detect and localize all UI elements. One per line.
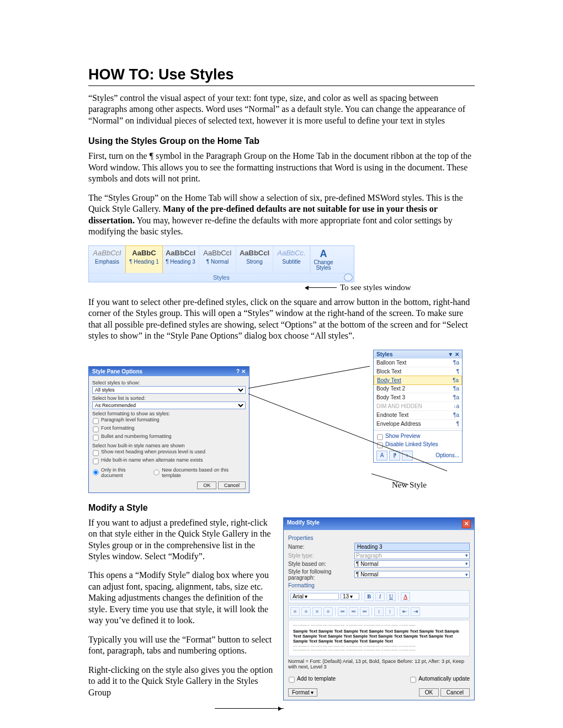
- paragraph-gallery: The “Styles Group” on the Home Tab will …: [88, 192, 475, 238]
- style-inspector-button-icon[interactable]: ⁋: [389, 451, 400, 461]
- paragraph-styles-window: If you want to select other pre-defined …: [88, 297, 475, 342]
- styles-list[interactable]: Balloon Text¶a Block Text¶ Body Text¶a B…: [374, 358, 462, 430]
- style-tile-subtitle[interactable]: AaBbCc. Subtitle: [273, 246, 310, 273]
- style-tile-strong[interactable]: AaBbCcI Strong: [236, 246, 273, 273]
- style-tile-normal[interactable]: AaBbCcI ¶ Normal: [199, 246, 236, 273]
- change-styles-button[interactable]: A Change Styles: [310, 246, 336, 273]
- font-size-select[interactable]: 13▾: [341, 593, 359, 600]
- modify-style-dialog: Modify Style ✕ Properties Name: Heading …: [283, 517, 475, 701]
- modify-preview: ━━━━━━━ ━━━━━━━ ━━━━━━━ ━━━━━━━ ━━━━━━━ …: [288, 620, 470, 657]
- arrow-to-launcher-icon: [306, 287, 337, 288]
- new-style-caption: New Style: [392, 480, 427, 490]
- section-heading-modify: Modify a Style: [88, 503, 475, 513]
- styles-group-caption: Styles: [89, 273, 354, 282]
- styles-window-controls-icon[interactable]: ▼ ✕: [448, 351, 459, 357]
- style-following-select[interactable]: ¶ Normal▾: [354, 571, 470, 578]
- options-cancel-button[interactable]: Cancel: [218, 481, 246, 489]
- modify-cancel-button[interactable]: Cancel: [440, 688, 470, 697]
- style-pane-options-dialog: Style Pane Options ? ✕ Select styles to …: [88, 366, 249, 493]
- quick-style-gallery: AaBbCcI Emphasis AaBbC ¶ Heading 1 AaBbC…: [88, 245, 354, 282]
- title-rule: [88, 85, 475, 86]
- italic-button[interactable]: I: [375, 592, 385, 601]
- chk-hide-builtin[interactable]: [93, 458, 98, 464]
- modify-p4: Right-clicking on the style also gives y…: [88, 665, 275, 698]
- styles-dialog-launcher-icon[interactable]: [344, 274, 353, 281]
- bold-button[interactable]: B: [364, 592, 374, 601]
- style-tile-emphasis[interactable]: AaBbCcI Emphasis: [89, 246, 126, 273]
- label-builtin: Select how built-in style names are show…: [92, 443, 246, 448]
- align-center-icon[interactable]: ≡: [301, 607, 311, 616]
- font-color-button[interactable]: A: [401, 592, 410, 601]
- change-styles-icon: A: [312, 248, 335, 260]
- select-sort[interactable]: As Recommended: [92, 402, 246, 409]
- space-after-icon[interactable]: ↕: [385, 607, 395, 616]
- styles-options-link[interactable]: Options...: [435, 452, 459, 458]
- radio-new-docs[interactable]: [154, 469, 160, 475]
- styles-window: Styles ▼ ✕ Balloon Text¶a Block Text¶ Bo…: [373, 350, 463, 463]
- modify-p2: This opens a “Modify Style” dialog box w…: [88, 570, 275, 626]
- chk-add-to-template[interactable]: [289, 677, 294, 682]
- new-style-button-icon[interactable]: A: [376, 451, 387, 461]
- style-name-input[interactable]: Heading 3: [354, 543, 470, 551]
- style-pane-options-title: Style Pane Options: [92, 368, 142, 374]
- modify-p1: If you want to adjust a predefined style…: [88, 517, 275, 563]
- modify-description: Normal + Font: (Default) Arial, 13 pt, B…: [288, 659, 470, 670]
- label-formatting-show: Select formatting to show as styles:: [92, 411, 246, 416]
- underline-button[interactable]: U: [386, 592, 396, 601]
- format-menu-button[interactable]: Format ▾: [288, 688, 317, 697]
- paragraph-toolbar: ≡ ≡ ≡ ≡ ═ ═ ═ ↕ ↕ ⇤ ⇥: [288, 605, 470, 618]
- select-styles-to-show[interactable]: All styles: [92, 386, 246, 394]
- modify-style-title: Modify Style: [287, 520, 320, 528]
- style-tile-heading3[interactable]: AaBbCcI ¶ Heading 3: [162, 246, 199, 273]
- modify-ok-button[interactable]: OK: [419, 688, 439, 697]
- radio-only-this-doc[interactable]: [93, 469, 98, 475]
- chk-show-preview[interactable]: [377, 434, 383, 440]
- line-spacing-2-icon[interactable]: ═: [360, 607, 369, 616]
- font-select[interactable]: Arial▾: [290, 593, 339, 600]
- chk-font-formatting[interactable]: [93, 426, 98, 432]
- indent-increase-icon[interactable]: ⇥: [411, 607, 420, 616]
- options-ok-button[interactable]: OK: [197, 481, 216, 489]
- chk-auto-update[interactable]: [410, 677, 416, 682]
- align-justify-icon[interactable]: ≡: [323, 607, 333, 616]
- dialog-help-close-icon[interactable]: ? ✕: [236, 368, 246, 374]
- label-select-styles: Select styles to show:: [92, 380, 246, 386]
- indent-decrease-icon[interactable]: ⇤: [400, 607, 409, 616]
- chk-show-next-heading[interactable]: [93, 450, 98, 456]
- style-based-on-select[interactable]: ¶ Normal▾: [354, 560, 470, 568]
- chk-paragraph-level[interactable]: [93, 418, 98, 424]
- chk-bullet-numbering[interactable]: [93, 435, 98, 440]
- formatting-section-label: Formatting: [288, 582, 470, 588]
- line-spacing-15-icon[interactable]: ═: [349, 607, 358, 616]
- align-left-icon[interactable]: ≡: [290, 607, 300, 616]
- chk-disable-linked[interactable]: [377, 442, 383, 448]
- arrow-caption: To see styles window: [340, 283, 411, 292]
- arrow-to-format-button-icon: [215, 708, 284, 709]
- svg-line-0: [248, 366, 370, 388]
- style-type-select: Paragraph▾: [354, 552, 470, 559]
- section-heading-styles-group: Using the Styles Group on the Home Tab: [88, 136, 475, 146]
- line-spacing-1-icon[interactable]: ═: [338, 607, 347, 616]
- paragraph-pilcrow: First, turn on the ¶ symbol in the Parag…: [88, 151, 475, 184]
- manage-styles-button-icon[interactable]: ↕: [402, 451, 413, 461]
- close-icon[interactable]: ✕: [462, 520, 471, 528]
- label-sort: Select how list is sorted:: [92, 395, 246, 401]
- modify-p3: Typically you will use the “Format” butt…: [88, 634, 275, 657]
- page-title: HOW TO: Use Styles: [88, 66, 475, 83]
- intro-paragraph: “Styles” control the visual aspect of yo…: [88, 93, 475, 126]
- styles-window-title: Styles: [376, 351, 392, 357]
- style-tile-heading1[interactable]: AaBbC ¶ Heading 1: [125, 245, 163, 274]
- space-before-icon[interactable]: ↕: [374, 607, 384, 616]
- properties-section-label: Properties: [288, 535, 470, 541]
- align-right-icon[interactable]: ≡: [312, 607, 322, 616]
- format-toolbar: Arial▾ 13▾ B I U A: [288, 590, 470, 603]
